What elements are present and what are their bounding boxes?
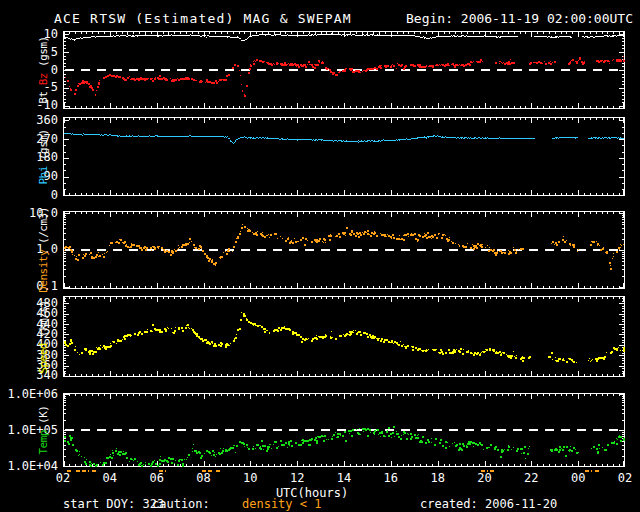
y-axis-title-part: Bz [37,73,50,85]
x-tick-label: 12 [290,471,304,485]
x-tick-label: 16 [384,471,398,485]
y-axis-title-phi: Phi (gsm) [37,129,50,184]
y-tick-label: 1.0E+04 [2,460,58,473]
panel-canvas-phi [63,117,625,196]
y-axis-title-part: Phi [37,166,50,184]
caution-marker [92,470,97,472]
x-tick-label: 20 [477,471,491,485]
y-tick-label: 10.0 [2,207,58,220]
x-tick-label: 18 [430,471,444,485]
plot-title: ACE RTSW (Estimated) MAG & SWEPAM [54,11,352,26]
caution-marker [585,470,592,472]
ace-rtsw-figure: ACE RTSW (Estimated) MAG & SWEPAM Begin:… [0,0,640,512]
y-axis-title-part: (K) [37,406,50,431]
y-axis-title-part: (/cm3) [37,207,50,250]
caution-marker [490,470,495,472]
begin-timestamp: Begin: 2006-11-19 02:00:00UTC [406,11,633,26]
y-tick-label: -10 [2,99,58,112]
y-tick-label: 5 [2,46,58,59]
caution-density-value: density < 1 [242,497,321,511]
y-tick-label: 180 [2,151,58,164]
x-tick-label: 04 [103,471,117,485]
x-tick-label: 22 [524,471,538,485]
x-tick-label: 14 [337,471,351,485]
y-axis-title-part: Temp [37,430,50,455]
y-axis-title-part: (gsm) [37,36,50,73]
y-axis-title-part: Speed [37,343,50,374]
caution-marker [67,470,72,472]
y-tick-label: 90 [2,170,58,183]
caution-marker [76,470,89,472]
y-tick-label: -5 [2,81,58,94]
created-timestamp: created: 2006-11-20 01:43:15UTC [420,497,640,512]
x-tick-label: 08 [196,471,210,485]
y-axis-title-temp: Temp (K) [37,406,50,455]
panel-canvas-speed [63,296,625,377]
caution-marker [216,470,220,472]
y-tick-label: 0 [2,64,58,77]
caution-label: caution: [152,497,210,511]
panel-canvas-bt-bz [63,31,625,109]
x-tick-label: 06 [149,471,163,485]
y-axis-title-part: Bt [37,85,50,103]
y-tick-label: 10 [2,28,58,41]
y-tick-label: 360 [2,114,58,127]
y-tick-label: 0.1 [2,280,58,293]
y-tick-label: 1.0E+05 [2,424,58,437]
caution-marker [159,470,166,472]
y-tick-label: 270 [2,133,58,146]
x-tick-label: 10 [243,471,257,485]
y-axis-title-density: Density (/cm3) [37,207,50,293]
y-axis-title-bt-bz: Bt Bz (gsm) [37,36,50,103]
panel-canvas-temp [63,393,625,467]
y-tick-label: 1.0E+06 [2,388,58,401]
y-tick-label: 0 [2,189,58,202]
y-tick-label: 340 [2,369,58,382]
y-axis-title-part: (gsm) [37,129,50,166]
y-axis-title-part: Density [37,250,50,293]
caution-marker [481,470,488,472]
start-doy-label: start DOY: 323 [63,497,164,511]
caution-marker [595,470,601,472]
caution-marker [202,470,214,472]
x-tick-label: 00 [571,471,585,485]
x-tick-label: 02 [56,471,70,485]
y-axis-title-part: (km/s) [37,300,50,343]
panel-canvas-density [63,211,625,289]
y-axis-title-speed: Speed (km/s) [37,300,50,373]
y-tick-label: 1.0 [2,243,58,256]
x-tick-label: 02 [618,471,632,485]
